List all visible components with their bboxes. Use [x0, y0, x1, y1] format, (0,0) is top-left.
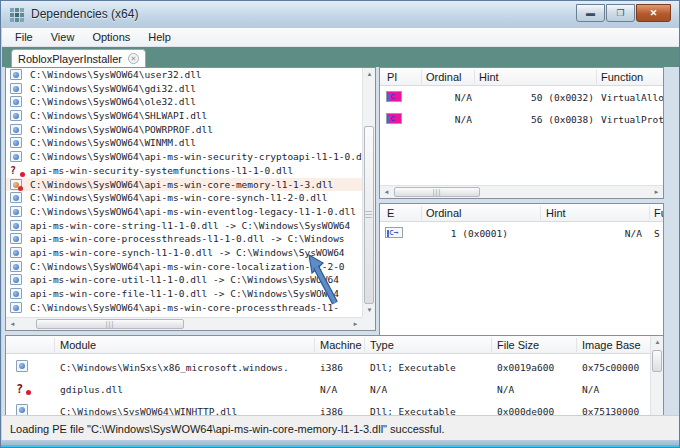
tree-row-label: C:\Windows\SysWOW64\api-ms-win-core-loca… [30, 261, 345, 272]
tree-row-label: C:\Windows\SysWOW64\api-ms-win-security-… [30, 151, 362, 162]
window-title: Dependencies (x64) [31, 7, 138, 21]
tree-row[interactable]: C:\Windows\SysWOW64\api-ms-win-security-… [6, 150, 362, 164]
import-hint: 50 (0x0032) [475, 92, 594, 103]
tree-row[interactable]: api-ms-win-core-synch-l1-1-0.dll -> C:\W… [6, 246, 362, 260]
column-type[interactable]: Type [370, 339, 394, 351]
scroll-right-icon[interactable]: ► [349, 318, 362, 331]
module-row[interactable]: ?gdiplus.dllN/AN/AN/AN/A [6, 378, 650, 400]
menu-item-help[interactable]: Help [139, 29, 180, 45]
tree-row-label: C:\Windows\SysWOW64\api-ms-win-core-memo… [30, 179, 333, 190]
tree-row[interactable]: C:\Windows\SysWOW64\api-ms-win-eventlog-… [6, 205, 362, 219]
tree-row[interactable]: api-ms-win-core-file-l1-1-0.dll -> C:\Wi… [6, 287, 362, 301]
app-icon [10, 8, 24, 22]
scroll-up-icon[interactable]: ▲ [363, 68, 376, 81]
tree-row-label: C:\Windows\SysWOW64\gdi32.dll [30, 83, 196, 94]
tree-row[interactable]: ?api-ms-win-security-systemfunctions-l1-… [6, 164, 362, 178]
tree-row[interactable]: api-ms-win-core-string-l1-1-0.dll -> C:\… [6, 219, 362, 233]
column-machine[interactable]: Machine [320, 339, 362, 351]
tree-row[interactable]: C:\Windows\SysWOW64\api-ms-win-core-proc… [6, 301, 362, 315]
column-ordinal[interactable]: Ordinal [426, 207, 461, 219]
imports-panel[interactable]: PI Ordinal Hint Function cN/A50 (0x0032)… [379, 67, 664, 199]
tree-vertical-scrollbar[interactable]: ▲ ||| ▼ [362, 68, 375, 317]
column-e[interactable]: E [387, 207, 394, 219]
column-image-base[interactable]: Image Base [582, 339, 641, 351]
tree-row-label: C:\Windows\SysWOW64\api-ms-win-core-proc… [30, 302, 339, 313]
tab-strip: RobloxPlayerInstaller ✕ [2, 47, 680, 67]
tree-row[interactable]: C:\Windows\SysWOW64\user32.dll [6, 68, 362, 82]
exports-header[interactable]: E Ordinal Hint Fu [380, 204, 663, 222]
scrollbar-corner [362, 317, 375, 330]
import-row[interactable]: cN/A50 (0x0032)VirtualAlloc [380, 86, 663, 108]
tree-row[interactable]: C:\Windows\SysWOW64\SHLWAPI.dll [6, 109, 362, 123]
tree-row[interactable]: C:\Windows\SysWOW64\api-ms-win-core-loca… [6, 260, 362, 274]
menu-item-view[interactable]: View [42, 29, 84, 45]
tree-row[interactable]: C:\Windows\SysWOW64\api-ms-win-core-memo… [6, 178, 362, 192]
scroll-left-icon[interactable]: ◄ [6, 318, 19, 331]
missing-module-icon: ? [16, 382, 28, 394]
module-icon [16, 360, 28, 372]
module-icon [10, 233, 22, 244]
client-area: C:\Windows\SysWOW64\user32.dllC:\Windows… [2, 67, 680, 415]
module-icon [10, 69, 22, 80]
imports-horizontal-scrollbar[interactable]: ◄ ||| ► [380, 185, 663, 198]
module-icon [10, 247, 22, 258]
module-icon [10, 96, 22, 107]
tab-label: RobloxPlayerInstaller [18, 53, 122, 65]
menu-item-file[interactable]: File [6, 29, 42, 45]
column-hint[interactable]: Hint [479, 71, 499, 83]
import-row[interactable]: cN/A56 (0x0038)VirtualProtect [380, 108, 663, 130]
tree-row[interactable]: C:\Windows\SysWOW64\ole32.dll [6, 95, 362, 109]
tree-row[interactable]: api-ms-win-core-util-l1-1-0.dll -> C:\Wi… [6, 273, 362, 287]
minimize-button[interactable]: ▬ [576, 4, 605, 22]
tree-row-label: C:\Windows\SysWOW64\POWRPROF.dll [30, 124, 213, 135]
column-function[interactable]: Function [601, 71, 643, 83]
title-bar[interactable]: Dependencies (x64) ▬ ❐ ✕ [1, 1, 679, 28]
close-button[interactable]: ✕ [636, 4, 671, 22]
tree-row[interactable]: C:\Windows\SysWOW64\api-ms-win-core-sync… [6, 191, 362, 205]
imports-header[interactable]: PI Ordinal Hint Function [380, 68, 663, 86]
scroll-right-icon[interactable]: ► [650, 186, 663, 199]
module-icon [10, 192, 22, 203]
export-function: S [654, 228, 664, 239]
module-type: Dll; Executable [370, 362, 490, 373]
tree-row-label: C:\Windows\SysWOW64\WINMM.dll [30, 137, 196, 148]
tree-row-label: C:\Windows\SysWOW64\SHLWAPI.dll [30, 110, 207, 121]
tab-close-icon[interactable]: ✕ [128, 53, 139, 64]
module-warning-icon [10, 179, 22, 190]
tree-row[interactable]: C:\Windows\SysWOW64\POWRPROF.dll [6, 123, 362, 137]
maximize-button[interactable]: ❐ [606, 4, 635, 22]
column-file-size[interactable]: File Size [497, 339, 539, 351]
tree-row-label: api-ms-win-core-processthreads-l1-1-0.dl… [30, 233, 345, 244]
export-row[interactable]: c→1 (0x0001)N/AS [380, 222, 663, 244]
module-image-base: N/A [582, 384, 650, 395]
column-pi[interactable]: PI [387, 71, 397, 83]
dependency-tree-panel[interactable]: C:\Windows\SysWOW64\user32.dllC:\Windows… [5, 67, 376, 331]
module-path: gdiplus.dll [60, 384, 312, 395]
column-hint[interactable]: Hint [546, 207, 566, 219]
scroll-up-icon[interactable]: ▲ [651, 336, 664, 349]
import-hint: 56 (0x0038) [475, 114, 594, 125]
tree-row[interactable]: C:\Windows\SysWOW64\WINMM.dll [6, 136, 362, 150]
tree-row[interactable]: C:\Windows\SysWOW64\gdi32.dll [6, 82, 362, 96]
module-icon [10, 83, 22, 94]
menu-item-options[interactable]: Options [83, 29, 139, 45]
import-function: VirtualAlloc [601, 92, 664, 103]
module-image-base: 0x75c00000 [582, 362, 650, 373]
tree-row-label: api-ms-win-core-synch-l1-1-0.dll -> C:\W… [30, 247, 345, 258]
scroll-left-icon[interactable]: ◄ [380, 186, 393, 199]
module-type: N/A [370, 384, 490, 395]
tree-row[interactable]: api-ms-win-core-processthreads-l1-1-0.dl… [6, 232, 362, 246]
tab-robloxplayerinstaller[interactable]: RobloxPlayerInstaller ✕ [11, 49, 146, 67]
import-function: VirtualProtect [601, 114, 664, 125]
tree-horizontal-scrollbar[interactable]: ◄ ||| ► [6, 317, 362, 330]
module-icon [10, 302, 22, 313]
scroll-down-icon[interactable]: ▼ [363, 304, 376, 317]
module-row[interactable]: C:\Windows\WinSxs\x86_microsoft.windows.… [6, 356, 650, 378]
tree-row-label: api-ms-win-core-util-l1-1-0.dll -> C:\Wi… [30, 274, 339, 285]
column-function[interactable]: Fu [654, 207, 664, 219]
module-icon [10, 206, 22, 217]
menu-bar: FileViewOptionsHelp [2, 28, 680, 47]
column-ordinal[interactable]: Ordinal [426, 71, 461, 83]
modules-header[interactable]: Module Machine Type File Size Image Base [6, 336, 663, 354]
column-module[interactable]: Module [60, 339, 96, 351]
